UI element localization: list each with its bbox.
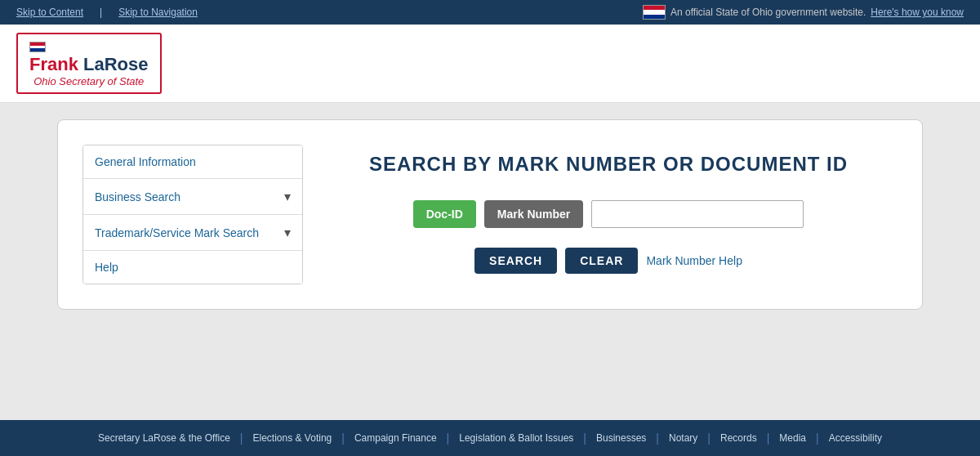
logo-name: Frank LaRose — [29, 54, 149, 75]
skip-to-nav-link[interactable]: Skip to Navigation — [118, 7, 198, 18]
mark-number-help-link[interactable]: Mark Number Help — [646, 254, 742, 267]
logo-first-name: Frank — [29, 54, 78, 74]
logo-subtitle: Ohio Secretary of State — [29, 75, 149, 87]
sidebar-item-label-1: Business Search — [95, 190, 180, 203]
sidebar-item-1[interactable]: Business Search▾ — [83, 179, 302, 215]
official-state-text: An official State of Ohio government web… — [643, 5, 964, 20]
search-actions: SEARCH CLEAR Mark Number Help — [336, 248, 881, 274]
sidebar-item-label-2: Trademark/Service Mark Search — [95, 226, 259, 239]
mark-number-button[interactable]: Mark Number — [484, 200, 583, 228]
main-content: General InformationBusiness Search▾Trade… — [0, 103, 980, 420]
chevron-down-icon-1: ▾ — [284, 189, 291, 204]
logo-container: Frank LaRose Ohio Secretary of State — [16, 33, 162, 94]
sidebar-item-2[interactable]: Trademark/Service Mark Search▾ — [83, 215, 302, 251]
sidebar-item-label-0: General Information — [95, 155, 196, 168]
footer-link-elections-&-voting[interactable]: Elections & Voting — [243, 432, 342, 444]
sidebar-item-label-3: Help — [95, 261, 118, 274]
site-header: Frank LaRose Ohio Secretary of State — [0, 25, 980, 103]
search-title: SEARCH BY MARK NUMBER OR DOCUMENT ID — [369, 153, 848, 176]
how-to-know-link[interactable]: Here's how you know — [871, 7, 964, 18]
sidebar-nav: General InformationBusiness Search▾Trade… — [82, 145, 303, 284]
search-controls: Doc-ID Mark Number — [336, 200, 881, 228]
logo-flag-icon — [29, 42, 46, 52]
logo-last-name: LaRose — [78, 54, 149, 74]
footer-link-secretary-larose-&-the-office[interactable]: Secretary LaRose & the Office — [88, 432, 240, 444]
site-footer: Secretary LaRose & the Office|Elections … — [0, 420, 980, 456]
skip-to-content-link[interactable]: Skip to Content — [16, 7, 83, 18]
footer-link-businesses[interactable]: Businesses — [586, 432, 656, 444]
chevron-down-icon-2: ▾ — [284, 225, 291, 240]
footer-link-records[interactable]: Records — [710, 432, 767, 444]
sidebar-item-0[interactable]: General Information — [83, 145, 302, 179]
footer-link-media[interactable]: Media — [769, 432, 816, 444]
clear-button[interactable]: CLEAR — [565, 248, 638, 274]
ohio-flag-icon — [643, 5, 666, 20]
footer-link-notary[interactable]: Notary — [659, 432, 707, 444]
top-bar: Skip to Content | Skip to Navigation An … — [0, 0, 980, 25]
doc-id-button[interactable]: Doc-ID — [413, 200, 476, 228]
sidebar-item-3[interactable]: Help — [83, 251, 302, 284]
search-input[interactable] — [591, 200, 804, 228]
footer-link-legislation-&-ballot-issues[interactable]: Legislation & Ballot Issues — [449, 432, 583, 444]
footer-link-campaign-finance[interactable]: Campaign Finance — [345, 432, 447, 444]
search-area: SEARCH BY MARK NUMBER OR DOCUMENT ID Doc… — [319, 145, 898, 284]
search-button[interactable]: SEARCH — [474, 248, 557, 274]
footer-link-accessibility[interactable]: Accessibility — [819, 432, 892, 444]
search-card: General InformationBusiness Search▾Trade… — [57, 119, 923, 310]
